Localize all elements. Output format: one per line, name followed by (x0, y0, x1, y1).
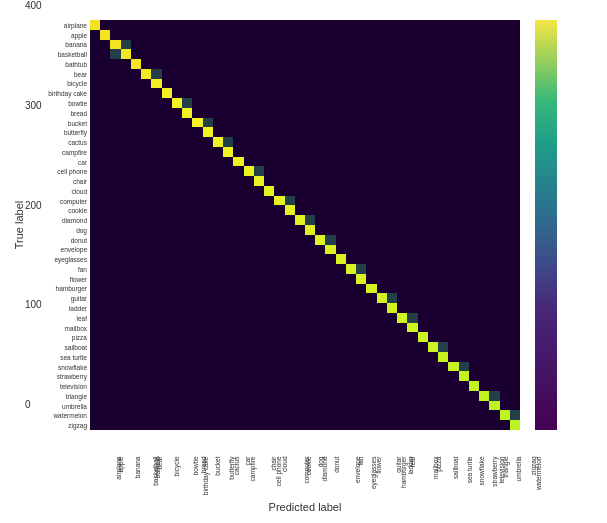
y-tick-label: birthday cake (48, 90, 87, 97)
diagonal-cell (192, 118, 202, 128)
y-tick-label: bread (70, 109, 87, 116)
diagonal-cell (162, 88, 172, 98)
x-tick-label: pizza (434, 457, 441, 472)
diagonal-cell (489, 401, 499, 411)
diagonal-cell (305, 225, 315, 235)
diagonal-cell (315, 235, 325, 245)
x-tick-label: leaf (409, 457, 416, 467)
off-diagonal-cell (510, 410, 520, 420)
diagonal-cell (203, 127, 213, 137)
y-tick-label: sea turtle (60, 353, 87, 360)
off-diagonal-cell (438, 342, 448, 352)
x-tick-label: apple (118, 457, 125, 473)
colorbar (535, 20, 557, 430)
x-tick-label: bread (200, 457, 207, 474)
y-tick-label: cloud (71, 187, 87, 194)
diagonal-cell (479, 391, 489, 401)
confusion-matrix (90, 20, 520, 430)
x-tick-container: airplaneapplebananabasketballbathtubbear… (90, 430, 520, 490)
x-tick-label: strawberry (491, 457, 498, 487)
off-diagonal-cell (285, 196, 295, 206)
x-tick-label: dog (317, 457, 324, 468)
x-tick-label: campfire (250, 457, 257, 482)
diagonal-cell (428, 342, 438, 352)
y-tick-label: flower (70, 275, 87, 282)
y-tick-label: banana (65, 41, 87, 48)
x-tick-label: cactus (233, 457, 240, 476)
diagonal-cell (459, 371, 469, 381)
y-tick-label: snowflake (58, 363, 87, 370)
diagonal-cell (438, 352, 448, 362)
x-tick-label: cookie (305, 457, 312, 476)
y-tick-label: ladder (69, 304, 87, 311)
y-tick-label: chair (73, 178, 87, 185)
diagonal-cell (366, 284, 376, 294)
y-tick-label: bear (74, 70, 87, 77)
y-tick-container: airplaneapplebananabasketballbathtubbear… (27, 20, 87, 430)
y-tick-label: bowtie (68, 99, 87, 106)
diagonal-cell (110, 40, 120, 50)
diagonal-cell (418, 332, 428, 342)
diagonal-cell (500, 410, 510, 420)
y-tick-label: zigzag (68, 422, 87, 429)
y-axis-label: True label (12, 20, 26, 430)
diagonal-cell (244, 166, 254, 176)
off-diagonal-cell (325, 235, 335, 245)
y-tick-label: guitar (71, 295, 87, 302)
y-tick-label: basketball (58, 51, 87, 58)
diagonal-cell (325, 245, 335, 255)
x-tick-label: bicycle (173, 457, 180, 477)
x-tick-label: umbrella (516, 457, 523, 482)
y-tick-label: strawberry (57, 373, 87, 380)
diagonal-cell (100, 30, 110, 40)
y-tick-label: hamburger (56, 285, 87, 292)
off-diagonal-cell (254, 166, 264, 176)
diagonal-cell (510, 420, 520, 430)
off-diagonal-cell (223, 137, 233, 147)
diagonal-cell (182, 108, 192, 118)
diagonal-cell (264, 186, 274, 196)
x-tick-label: flower (375, 457, 382, 474)
y-tick-label: pizza (72, 334, 87, 341)
diagonal-cell (387, 303, 397, 313)
diagonal-cell (448, 362, 458, 372)
diagonal-cell (223, 147, 233, 157)
y-tick-label: watermelon (53, 412, 87, 419)
colorbar-tick-400: 400 (25, 0, 42, 11)
diagonal-cell (295, 215, 305, 225)
y-tick-label: bathtub (65, 60, 87, 67)
off-diagonal-cell (459, 362, 469, 372)
y-tick-label: donut (71, 236, 87, 243)
y-tick-label: computer (60, 197, 87, 204)
x-tick-label: zigzag (530, 457, 537, 476)
x-tick-label: car (244, 457, 251, 466)
colorbar-gradient (535, 20, 557, 430)
y-tick-label: leaf (77, 314, 87, 321)
diagonal-cell (172, 98, 182, 108)
x-tick-label: cloud (281, 457, 288, 473)
y-tick-label: bicycle (67, 80, 87, 87)
y-tick-label: bucket (68, 119, 87, 126)
off-diagonal-cell (305, 215, 315, 225)
diagonal-cell (469, 381, 479, 391)
y-tick-label: campfire (62, 148, 87, 155)
x-tick-label: bowtie (192, 457, 199, 476)
diagonal-cell (407, 323, 417, 333)
y-tick-label: dog (76, 226, 87, 233)
off-diagonal-cell (151, 69, 161, 79)
x-tick-label: banana (134, 457, 141, 479)
x-tick-label: bear (156, 457, 163, 470)
x-tick-label: fan (357, 457, 364, 466)
diagonal-cell (213, 137, 223, 147)
diagonal-cell (356, 274, 366, 284)
y-tick-label: cactus (68, 139, 87, 146)
y-tick-label: cell phone (57, 168, 87, 175)
diagonal-cell (141, 69, 151, 79)
figure: 400 300 200 100 0 True label airplaneapp… (0, 0, 607, 523)
y-tick-label: car (78, 158, 87, 165)
x-tick-label: sea turtle (466, 457, 473, 484)
x-axis-label: Predicted label (90, 501, 520, 513)
x-tick-label: bucket (213, 457, 220, 476)
diagonal-cell (285, 205, 295, 215)
diagonal-cell (151, 79, 161, 89)
